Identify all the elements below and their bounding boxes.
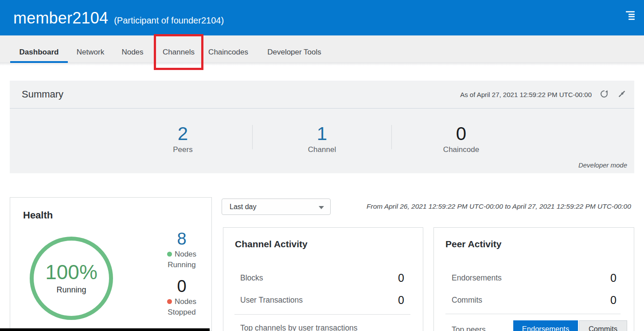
tab-chaincodes[interactable]: Chaincodes [203,35,254,63]
summary-title: Summary [22,89,63,100]
summary-as-of-timestamp: As of April 27, 2021 12:59:22 PM UTC-00:… [460,91,592,98]
chaincode-label: Chaincode [392,145,531,154]
peer-activity-title: Peer Activity [445,239,501,249]
nav-menu-button[interactable] [625,11,635,21]
stat-channel: 1 Channel [253,124,391,154]
bottom-edge-bar [0,328,210,331]
divider [234,314,410,315]
refresh-icon [599,89,609,99]
health-percent: 100% [45,262,98,282]
health-title: Health [23,210,53,221]
tab-dashboard[interactable]: Dashboard [10,35,68,63]
refresh-button[interactable] [599,89,609,100]
endorsements-label: Endorsements [452,273,502,283]
tab-nodes[interactable]: Nodes [116,35,149,63]
blocks-value: 0 [398,272,404,284]
collapse-icon [617,89,627,99]
user-transactions-value: 0 [398,294,404,307]
main-tabbar: Dashboard Network Nodes Channels Chainco… [0,35,644,63]
divider [445,314,621,314]
app-screen: member2104 (Participant of founder2104) … [0,0,644,331]
stopped-dot-icon [167,299,172,304]
summary-section: Summary As of April 27, 2021 12:59:22 PM… [10,81,634,173]
nodes-running-count[interactable]: 8 [150,230,213,249]
time-range-selected-value: Last day [222,203,256,211]
tab-channels[interactable]: Channels [156,35,201,63]
chaincode-count: 0 [392,124,531,144]
channel-count[interactable]: 1 [253,124,391,144]
chevron-down-icon [319,206,324,209]
app-header: member2104 (Participant of founder2104) [0,0,644,35]
developer-mode-label: Developer mode [578,161,627,169]
channel-activity-title: Channel Activity [235,239,308,249]
summary-body: 2 Peers 1 Channel 0 Chaincode Developer … [10,109,634,173]
channel-activity-metrics: Blocks 0 User Transactions 0 [240,267,404,311]
user-transactions-row: User Transactions 0 [240,289,404,311]
stat-peers: 2 Peers [113,124,252,154]
time-range-select[interactable]: Last day [222,199,331,215]
channel-label: Channel [253,145,391,154]
collapse-button[interactable] [617,89,627,100]
commits-toggle-button[interactable]: Commits [579,320,627,331]
nodes-stopped-count: 0 [150,277,213,296]
blocks-row: Blocks 0 [240,267,404,289]
hamburger-icon [626,11,635,12]
peers-count[interactable]: 2 [113,124,252,144]
endorsements-row: Endorsements 0 [452,267,617,289]
nodes-status-column: 8 Nodes Running 0 Nodes Stopped [150,230,213,318]
stat-chaincode: 0 Chaincode [392,124,531,154]
page-title: member2104 [13,9,108,27]
nodes-stopped-label: Nodes Stopped [150,296,213,318]
blocks-label: Blocks [240,273,263,283]
user-transactions-label: User Transactions [240,296,303,305]
top-channels-label: Top channels by user transactions [240,323,358,331]
tab-network[interactable]: Network [71,35,110,63]
channel-activity-card: Channel Activity Blocks 0 User Transacti… [223,227,423,331]
top-peers-label: Top peers [452,325,486,331]
peer-activity-card: Peer Activity Endorsements 0 Commits 0 T… [433,227,634,331]
tab-developer-tools[interactable]: Developer Tools [262,35,327,63]
commits-row: Commits 0 [452,289,617,311]
peers-label: Peers [113,145,252,154]
endorsements-toggle-button[interactable]: Endorsements [513,320,578,331]
top-peers-toggle-group: Endorsements Commits [513,320,627,331]
nodes-running-label: Nodes Running [150,249,213,271]
health-percent-label: Running [56,285,86,295]
health-card: Health 100% Running 8 Nodes Running 0 No… [10,197,212,331]
commits-label: Commits [452,296,482,305]
running-dot-icon [167,252,172,257]
endorsements-value: 0 [610,272,617,284]
time-range-description: From April 26, 2021 12:59:22 PM UTC-00:0… [367,202,631,210]
commits-value: 0 [610,294,617,307]
peer-activity-metrics: Endorsements 0 Commits 0 [452,267,617,311]
summary-stats: 2 Peers 1 Channel 0 Chaincode [10,109,634,154]
page-subtitle: (Participant of founder2104) [114,16,224,26]
health-ring-gauge: 100% Running [30,237,113,320]
summary-header: Summary As of April 27, 2021 12:59:22 PM… [10,81,634,109]
